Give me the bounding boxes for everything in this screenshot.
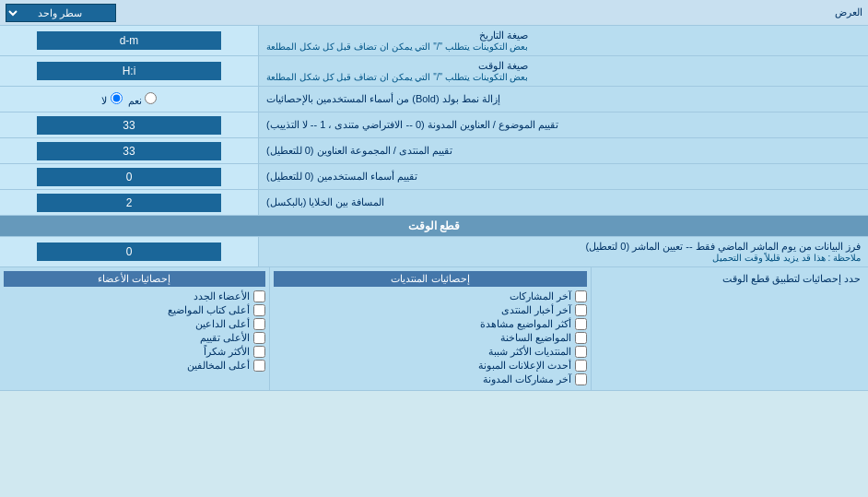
- stat-forum-3-cb[interactable]: [575, 318, 587, 330]
- cut-time-label: فرز البيانات من يوم الماشر الماضي فقط --…: [258, 237, 868, 266]
- time-format-input-cell: [0, 56, 258, 86]
- time-format-row: صيغة الوقت بعض التكوينات يتطلب "/" التي …: [0, 56, 868, 87]
- usernames-order-label: تقييم أسماء المستخدمين (0 للتعطيل): [258, 164, 868, 189]
- stat-member-1-cb[interactable]: [253, 290, 265, 302]
- stat-forum-7-cb[interactable]: [575, 373, 587, 385]
- stat-forum-6-cb[interactable]: [575, 360, 587, 372]
- stat-member-2-cb[interactable]: [253, 304, 265, 316]
- stat-forum-5: المنتديات الأكثر شببة: [274, 345, 588, 359]
- date-format-label: صيغة التاريخ بعض التكوينات يتطلب "/" الت…: [258, 26, 868, 55]
- radio-yes-label: نعم: [128, 92, 157, 107]
- topics-order-row: تقييم الموضوع / العناوين المدونة (0 -- ا…: [0, 112, 868, 138]
- stat-member-5-cb[interactable]: [253, 346, 265, 358]
- stats-col2-title: إحصائيات الأعضاء: [4, 271, 265, 287]
- forum-order-input[interactable]: [37, 142, 221, 160]
- remove-bold-radio-group: نعم لا: [101, 92, 156, 107]
- cut-time-section: قطع الوقت: [0, 216, 868, 237]
- cell-spacing-input[interactable]: [37, 194, 221, 212]
- usernames-order-input[interactable]: [37, 168, 221, 186]
- usernames-order-input-cell: [0, 164, 258, 189]
- topics-order-input[interactable]: [37, 116, 221, 135]
- radio-yes[interactable]: [145, 92, 157, 104]
- remove-bold-label: إزالة نمط بولد (Bold) من أسماء المستخدمي…: [258, 87, 868, 112]
- stat-member-4-cb[interactable]: [253, 332, 265, 344]
- forum-order-input-cell: [0, 138, 258, 163]
- forum-order-label: تقييم المنتدى / المجموعة العناوين (0 للت…: [258, 138, 868, 163]
- stats-col2: إحصائيات الأعضاء الأعضاء الجدد أعلى كتاب…: [0, 267, 269, 390]
- display-label: العرض: [116, 6, 862, 18]
- cell-spacing-row: المسافة بين الخلايا (بالبكسل): [0, 190, 868, 216]
- topics-order-input-cell: [0, 112, 258, 137]
- forum-order-row: تقييم المنتدى / المجموعة العناوين (0 للت…: [0, 138, 868, 164]
- cell-spacing-label: المسافة بين الخلايا (بالبكسل): [258, 190, 868, 215]
- date-format-input[interactable]: [37, 31, 221, 50]
- stat-member-2: أعلى كتاب المواضيع: [4, 303, 265, 317]
- stat-member-3: أعلى الداعين: [4, 317, 265, 331]
- stat-member-3-cb[interactable]: [253, 318, 265, 330]
- stats-apply-label: حدد إحصائيات لتطبيق قطع الوقت: [591, 267, 868, 390]
- cut-time-header: قطع الوقت: [0, 216, 868, 237]
- stat-forum-6: أحدث الإعلانات المبونة: [274, 359, 588, 373]
- stat-forum-5-cb[interactable]: [575, 346, 587, 358]
- stat-member-4: الأعلى تقييم: [4, 331, 265, 345]
- stat-forum-7: آخر مشاركات المدونة: [274, 373, 588, 386]
- stat-forum-4: المواضيع الساخنة: [274, 331, 588, 345]
- stats-col1: إحصائيات المنتديات آخر المشاركات آخر أخب…: [269, 267, 592, 390]
- display-dropdown[interactable]: سطر واحد: [6, 4, 116, 22]
- stat-forum-1: آخر المشاركات: [274, 290, 588, 303]
- stat-forum-4-cb[interactable]: [575, 332, 587, 344]
- remove-bold-input-cell: نعم لا: [0, 87, 258, 112]
- date-format-row: صيغة التاريخ بعض التكوينات يتطلب "/" الت…: [0, 26, 868, 56]
- stat-member-5: الأكثر شكراً: [4, 345, 265, 359]
- cut-time-input[interactable]: [37, 243, 221, 261]
- usernames-order-row: تقييم أسماء المستخدمين (0 للتعطيل): [0, 164, 868, 190]
- display-row: العرض سطر واحد: [0, 0, 868, 26]
- stat-forum-2: آخر أخبار المنتدى: [274, 303, 588, 317]
- cell-spacing-input-cell: [0, 190, 258, 215]
- remove-bold-row: إزالة نمط بولد (Bold) من أسماء المستخدمي…: [0, 87, 868, 112]
- stats-section: حدد إحصائيات لتطبيق قطع الوقت إحصائيات ا…: [0, 267, 868, 391]
- date-format-input-cell: [0, 26, 258, 55]
- stat-member-6: أعلى المخالفين: [4, 359, 265, 373]
- topics-order-label: تقييم الموضوع / العناوين المدونة (0 -- ا…: [258, 112, 868, 137]
- stat-member-6-cb[interactable]: [253, 360, 265, 372]
- cut-time-row: فرز البيانات من يوم الماشر الماضي فقط --…: [0, 237, 868, 267]
- stat-member-1: الأعضاء الجدد: [4, 290, 265, 303]
- time-format-input[interactable]: [37, 62, 221, 80]
- cut-time-input-cell: [0, 237, 258, 266]
- time-format-label: صيغة الوقت بعض التكوينات يتطلب "/" التي …: [258, 56, 868, 86]
- stat-forum-3: أكثر المواضيع مشاهدة: [274, 317, 588, 331]
- stat-forum-2-cb[interactable]: [575, 304, 587, 316]
- radio-no[interactable]: [111, 92, 123, 104]
- stat-forum-1-cb[interactable]: [575, 290, 587, 302]
- radio-no-label: لا: [101, 92, 122, 107]
- stats-col1-title: إحصائيات المنتديات: [274, 271, 588, 287]
